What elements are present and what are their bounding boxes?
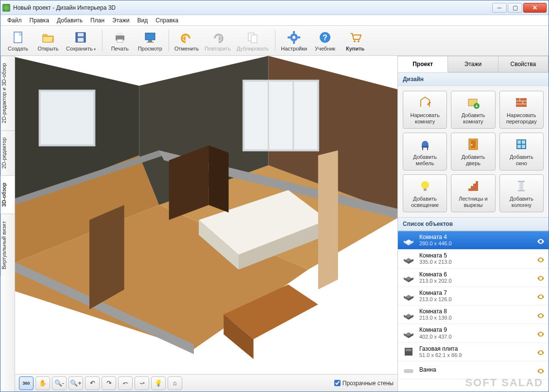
object-item[interactable]: Комната 6213.0 x 202.0 <box>398 269 549 287</box>
preview-button[interactable]: Просмотр <box>136 27 165 54</box>
object-item[interactable]: Комната 7213.0 x 126.0 <box>398 287 549 306</box>
add-room-icon: + <box>465 95 481 110</box>
minimize-button[interactable]: ─ <box>492 3 507 13</box>
room-icon <box>402 327 415 339</box>
visibility-icon[interactable] <box>537 274 545 280</box>
undo-button[interactable]: Отменить <box>172 27 201 54</box>
gear-icon <box>286 30 302 45</box>
bath-icon <box>402 364 415 376</box>
buy-button[interactable]: Купить <box>341 27 370 54</box>
object-item[interactable]: Ванна <box>398 361 549 379</box>
design-draw-room-button[interactable]: Нарисоватькомнату <box>403 91 447 129</box>
open-button[interactable]: Открыть <box>34 27 63 54</box>
menu-Правка[interactable]: Правка <box>26 16 53 25</box>
zoom-in-button[interactable]: 🔍+ <box>69 376 83 390</box>
orbit-l-button[interactable]: ⤺ <box>118 376 133 390</box>
design-wall-button[interactable]: Нарисоватьперегородку <box>499 91 544 129</box>
tutorial-button[interactable]: ?Учебник <box>310 27 340 54</box>
print-button[interactable]: Печать <box>105 27 135 54</box>
settings-button[interactable]: Настройки <box>278 27 309 54</box>
stairs-icon <box>465 178 481 194</box>
objects-header: Список объектов <box>398 217 549 231</box>
tab-Свойства[interactable]: Свойства <box>498 56 549 72</box>
svg-text:+: + <box>475 103 478 109</box>
light-button[interactable]: 💡 <box>151 376 166 390</box>
maximize-button[interactable]: ▢ <box>508 3 522 13</box>
svg-rect-5 <box>117 33 123 35</box>
tab-Этажи[interactable]: Этажи <box>448 56 498 72</box>
vtab-2D-редактор и 3D-обзор[interactable]: 2D-редактор и 3D-обзор <box>0 56 15 130</box>
orbit-r-button[interactable]: ⤻ <box>135 376 149 390</box>
svg-rect-87 <box>406 349 412 351</box>
vtab-3D-обзор[interactable]: 3D-обзор <box>0 175 15 214</box>
cart-icon <box>347 30 363 45</box>
rot-cw-button[interactable]: ↷ <box>102 376 116 390</box>
tab-Проект[interactable]: Проект <box>398 56 448 72</box>
chair-icon <box>417 136 433 152</box>
svg-rect-9 <box>147 42 154 43</box>
visibility-icon[interactable] <box>537 330 545 336</box>
object-item[interactable]: Комната 8213.0 x 139.0 <box>398 306 549 324</box>
toolbar: СоздатьОткрытьСохранить▾ПечатьПросмотрОт… <box>0 26 549 56</box>
svg-rect-64 <box>424 188 427 191</box>
design-stairs-button[interactable]: Лестницы ивырезы <box>451 174 495 212</box>
design-column-button[interactable]: Добавитьколонну <box>499 174 544 212</box>
360-button[interactable]: 360 <box>19 376 34 390</box>
home-button[interactable]: ⌂ <box>168 376 182 390</box>
visibility-icon[interactable] <box>537 238 545 243</box>
svg-rect-67 <box>518 190 525 191</box>
draw-room-icon <box>417 95 433 110</box>
svg-rect-3 <box>78 38 84 42</box>
room-icon <box>402 272 415 283</box>
right-panel: ПроектЭтажиСвойства Дизайн Нарисоватьком… <box>398 56 549 392</box>
redo-icon <box>210 30 225 45</box>
object-item[interactable]: Комната 4280.0 x 446.0 <box>398 231 549 250</box>
room-icon <box>402 235 415 246</box>
menu-Файл[interactable]: Файл <box>3 16 26 25</box>
rot-ccw-button[interactable]: ↶ <box>85 376 100 390</box>
menu-Этажи[interactable]: Этажи <box>108 16 133 25</box>
svg-rect-54 <box>422 146 429 148</box>
create-button[interactable]: Создать <box>3 27 33 54</box>
visibility-icon[interactable] <box>537 293 545 299</box>
design-add-room-button[interactable]: +Добавитькомнату <box>451 91 495 129</box>
3d-viewport[interactable] <box>15 56 397 374</box>
menu-Добавить[interactable]: Добавить <box>53 16 86 25</box>
design-window-button[interactable]: Добавитьокно <box>499 133 544 170</box>
svg-rect-17 <box>293 41 295 44</box>
save-button[interactable]: Сохранить▾ <box>64 27 98 54</box>
svg-point-22 <box>354 40 356 42</box>
menu-Вид[interactable]: Вид <box>133 16 152 25</box>
door-icon <box>465 136 481 152</box>
design-chair-button[interactable]: Добавитьмебель <box>403 133 447 170</box>
object-item[interactable]: Комната 9402.0 x 437.0 <box>398 324 549 342</box>
object-list[interactable]: Комната 4280.0 x 446.0 Комната 5335.0 x … <box>398 231 549 392</box>
visibility-icon[interactable] <box>537 256 545 262</box>
close-button[interactable]: ✕ <box>523 3 547 13</box>
menu-План[interactable]: План <box>86 16 108 25</box>
menu-Справка[interactable]: Справка <box>152 16 182 25</box>
vtab-Виртуальный визит[interactable]: Виртуальный визит <box>0 214 15 276</box>
dup-icon <box>245 30 260 45</box>
object-item[interactable]: Комната 5335.0 x 213.0 <box>398 250 549 268</box>
svg-rect-88 <box>404 369 413 373</box>
svg-rect-18 <box>288 36 290 38</box>
design-door-button[interactable]: Добавитьдверь <box>451 133 495 170</box>
visibility-icon[interactable] <box>537 367 545 373</box>
stove-icon <box>402 346 415 358</box>
svg-rect-66 <box>518 181 525 182</box>
window-icon <box>514 136 529 152</box>
visibility-icon[interactable] <box>537 349 545 355</box>
vtab-2D-редактор[interactable]: 2D-редактор <box>0 130 15 175</box>
design-bulb-button[interactable]: Добавитьосвещение <box>403 174 447 212</box>
svg-rect-65 <box>519 182 523 190</box>
room-icon <box>402 309 415 321</box>
object-item[interactable]: Газовая плита51.0 x 62.1 x 86.9 <box>398 343 549 361</box>
right-tabs: ПроектЭтажиСвойства <box>398 56 549 72</box>
zoom-out-button[interactable]: 🔍- <box>52 376 67 390</box>
svg-point-63 <box>421 181 429 189</box>
visibility-icon[interactable] <box>537 312 545 318</box>
transparent-walls-checkbox[interactable]: Прозрачные стены <box>334 380 394 387</box>
svg-rect-7 <box>145 33 155 40</box>
pan-button[interactable]: ✋ <box>35 376 50 390</box>
